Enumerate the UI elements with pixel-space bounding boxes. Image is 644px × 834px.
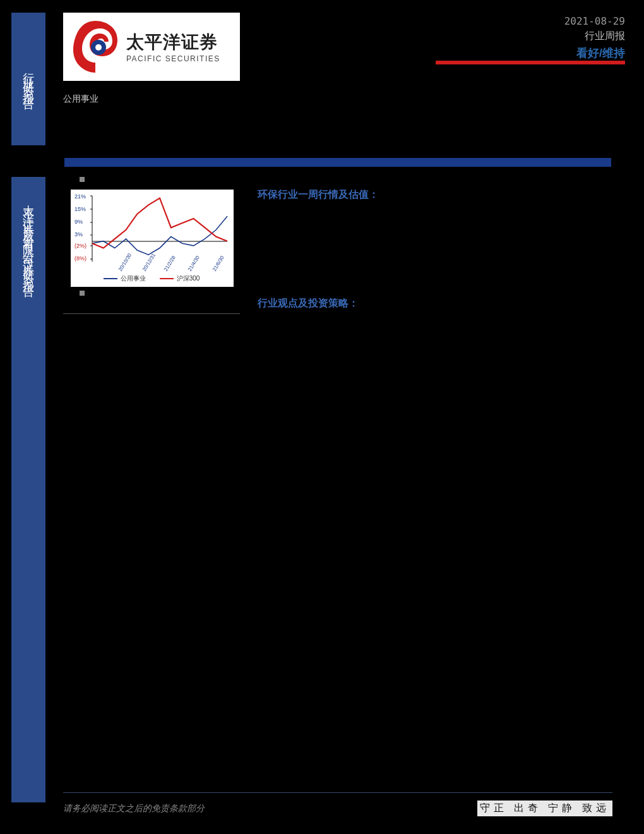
logo-mark-icon [72,20,119,74]
footer: 请务必阅读正文之后的免责条款部分 守正 出奇 宁静 致远 [63,792,612,816]
company-name-en: PACIFIC SECURITIES [126,54,220,63]
sidebar-top-block: 行业研究报告 [11,13,45,145]
section-heading-performance: 环保行业一周行情及估值： [258,188,379,202]
svg-point-1 [95,44,102,51]
left-column-divider [63,313,240,314]
report-type: 行业周报 [436,30,625,43]
company-logo: 太平洋证券 PACIFIC SECURITIES [63,13,240,81]
chart-legend: 公用事业 沪深300 [73,274,230,283]
legend-swatch [104,278,117,279]
legend-item: 沪深300 [160,274,200,283]
logo-text-block: 太平洋证券 PACIFIC SECURITIES [126,30,220,63]
blue-divider-bar [64,158,611,167]
sidebar-top-label: 行业研究报告 [21,64,36,94]
legend-item: 公用事业 [104,274,146,283]
sector-label: 公用事业 [63,94,98,105]
bullet-icon [80,177,85,182]
header-meta: 2021-08-29 行业周报 看好/维持 [436,15,625,61]
sidebar-bottom-label: 太平洋证券股份有限公司证券研究报告 [21,196,36,282]
red-accent-bar [436,61,625,64]
footer-divider [63,792,612,793]
performance-chart: 21% 15% 9% 3% (2%) (8%) 20/10/30 [71,190,234,287]
legend-swatch [160,278,174,279]
bullet-icon [80,291,85,296]
left-rail: 行业研究报告 太平洋证券股份有限公司证券研究报告 [0,0,57,834]
sidebar-bottom-block: 太平洋证券股份有限公司证券研究报告 [11,177,45,802]
report-rating: 看好/维持 [436,45,625,61]
footer-motto: 守正 出奇 宁静 致远 [477,801,612,816]
chart-plot-area: 21% 15% 9% 3% (2%) (8%) 20/10/30 [73,193,230,272]
header: 太平洋证券 PACIFIC SECURITIES 2021-08-29 行业周报… [63,13,625,107]
company-name-cn: 太平洋证券 [126,30,220,54]
report-date: 2021-08-29 [436,15,625,27]
section-heading-strategy: 行业观点及投资策略： [258,297,359,310]
footer-disclaimer: 请务必阅读正文之后的免责条款部分 [63,803,205,814]
